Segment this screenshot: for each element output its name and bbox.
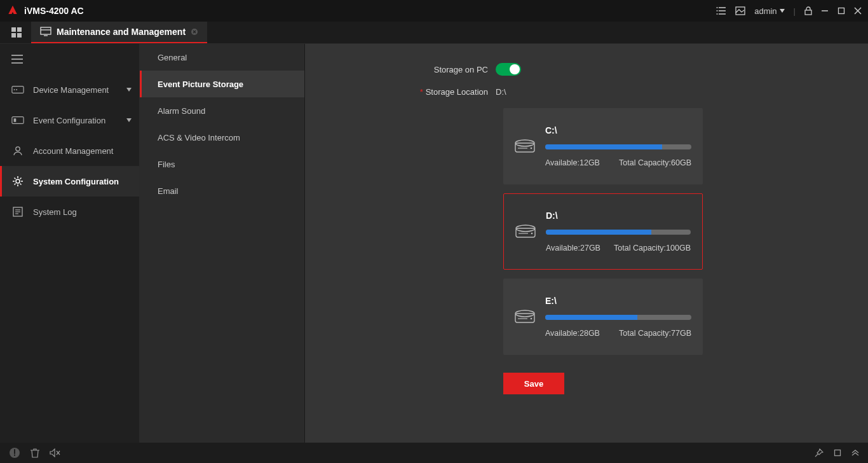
sidebar-item-label: Device Management bbox=[33, 85, 109, 95]
svg-rect-9 bbox=[839, 8, 844, 14]
drive-name: E:\ bbox=[545, 296, 691, 306]
sidebar-item-system-configuration[interactable]: System Configuration bbox=[0, 166, 139, 197]
svg-line-37 bbox=[20, 184, 22, 185]
svg-point-4 bbox=[717, 10, 718, 11]
pin-icon[interactable] bbox=[815, 448, 824, 457]
drive-total: Total Capacity:60GB bbox=[619, 158, 691, 167]
hdd-icon bbox=[515, 139, 535, 154]
drive-available: Available:12GB bbox=[545, 158, 600, 167]
sidebar-item-event-configuration[interactable]: Event Configuration bbox=[0, 105, 139, 135]
tabs-row: Maintenance and Management bbox=[0, 22, 868, 44]
tab-screen-icon bbox=[40, 26, 51, 38]
sub-item-files[interactable]: Files bbox=[140, 151, 304, 177]
window-icon[interactable] bbox=[834, 449, 841, 457]
sub-item-email[interactable]: Email bbox=[140, 177, 304, 204]
close-button[interactable] bbox=[854, 7, 862, 15]
svg-point-31 bbox=[16, 179, 20, 183]
hdd-icon bbox=[515, 309, 535, 324]
storage-location-label: *Storage Location bbox=[369, 87, 496, 97]
user-menu[interactable]: admin bbox=[754, 6, 784, 16]
svg-point-27 bbox=[16, 89, 17, 90]
svg-rect-16 bbox=[41, 27, 51, 34]
save-button[interactable]: Save bbox=[503, 373, 564, 394]
status-bar bbox=[0, 443, 868, 463]
log-icon bbox=[11, 207, 24, 217]
home-grid-icon[interactable] bbox=[5, 22, 27, 43]
svg-line-39 bbox=[15, 184, 16, 185]
sidebar-item-label: Event Configuration bbox=[33, 116, 105, 125]
drive-card[interactable]: E:\Available:28GBTotal Capacity:77GB bbox=[503, 279, 703, 355]
expand-up-icon[interactable] bbox=[851, 450, 859, 456]
chevron-down-icon bbox=[126, 88, 132, 92]
svg-rect-12 bbox=[11, 27, 16, 32]
sidebar-item-system-log[interactable]: System Log bbox=[0, 197, 139, 227]
sub-item-acs-video-intercom[interactable]: ACS & Video Intercom bbox=[140, 124, 304, 151]
drive-name: C:\ bbox=[545, 125, 691, 135]
drive-available: Available:28GB bbox=[545, 329, 600, 338]
lock-icon[interactable] bbox=[804, 6, 812, 15]
mute-icon[interactable] bbox=[50, 448, 61, 457]
svg-rect-14 bbox=[11, 33, 16, 38]
drive-total: Total Capacity:100GB bbox=[614, 244, 691, 252]
sidebar-item-label: Account Management bbox=[33, 146, 113, 156]
tab-label: Maintenance and Management bbox=[57, 27, 186, 37]
storage-on-pc-toggle[interactable] bbox=[496, 63, 521, 76]
svg-point-50 bbox=[531, 233, 533, 235]
svg-rect-7 bbox=[805, 10, 811, 15]
event-icon bbox=[11, 115, 24, 125]
app-logo-icon bbox=[6, 4, 19, 17]
sidebar-item-device-management[interactable]: Device Management bbox=[0, 74, 139, 105]
sidebar-item-label: System Configuration bbox=[33, 177, 119, 186]
app-title: iVMS-4200 AC bbox=[24, 6, 84, 16]
list-icon[interactable] bbox=[716, 6, 726, 15]
svg-point-30 bbox=[16, 147, 20, 151]
svg-rect-59 bbox=[835, 450, 841, 456]
sidebar-item-label: System Log bbox=[33, 207, 77, 217]
svg-point-3 bbox=[717, 7, 718, 8]
device-icon bbox=[11, 85, 24, 95]
svg-line-36 bbox=[15, 178, 16, 179]
tab-maintenance[interactable]: Maintenance and Management bbox=[31, 22, 207, 43]
storage-on-pc-label: Storage on PC bbox=[369, 65, 496, 74]
sub-sidebar: General Event Picture Storage Alarm Soun… bbox=[140, 44, 305, 443]
sub-item-general[interactable]: General bbox=[140, 44, 304, 71]
chevron-down-icon bbox=[126, 118, 132, 122]
svg-point-26 bbox=[14, 89, 15, 90]
drive-available: Available:27GB bbox=[546, 244, 600, 252]
trash-icon[interactable] bbox=[31, 448, 39, 458]
hamburger-icon[interactable] bbox=[11, 55, 23, 64]
minimize-button[interactable] bbox=[821, 7, 829, 15]
svg-point-46 bbox=[531, 148, 532, 149]
svg-rect-15 bbox=[17, 33, 22, 38]
content-pane: Storage on PC *Storage Location D:\ C:\A… bbox=[305, 44, 868, 443]
capacity-bar bbox=[546, 230, 691, 235]
alert-icon[interactable] bbox=[9, 447, 20, 459]
sub-item-event-picture-storage[interactable]: Event Picture Storage bbox=[140, 71, 304, 97]
drive-name: D:\ bbox=[546, 211, 691, 221]
svg-rect-13 bbox=[17, 27, 22, 32]
drive-card[interactable]: C:\Available:12GBTotal Capacity:60GB bbox=[503, 108, 703, 184]
drive-card[interactable]: D:\Available:27GBTotal Capacity:100GB bbox=[503, 193, 703, 270]
capacity-bar bbox=[545, 315, 691, 320]
sub-item-alarm-sound[interactable]: Alarm Sound bbox=[140, 97, 304, 124]
hdd-icon bbox=[515, 224, 536, 239]
user-name: admin bbox=[754, 6, 776, 16]
sidebar: Device Management Event Configuration Ac… bbox=[0, 44, 140, 443]
svg-rect-29 bbox=[14, 118, 17, 121]
svg-point-5 bbox=[717, 13, 718, 15]
capacity-bar bbox=[545, 144, 691, 149]
maximize-button[interactable] bbox=[837, 7, 845, 15]
image-icon[interactable] bbox=[735, 6, 745, 15]
person-icon bbox=[11, 146, 24, 156]
gear-icon bbox=[11, 176, 24, 186]
svg-point-54 bbox=[531, 318, 532, 320]
drive-total: Total Capacity:77GB bbox=[619, 329, 691, 338]
title-bar: iVMS-4200 AC admin | bbox=[0, 0, 868, 22]
sidebar-item-account-management[interactable]: Account Management bbox=[0, 135, 139, 166]
svg-line-38 bbox=[20, 178, 22, 179]
storage-location-value: D:\ bbox=[496, 87, 506, 97]
tab-close-icon[interactable] bbox=[191, 28, 198, 36]
